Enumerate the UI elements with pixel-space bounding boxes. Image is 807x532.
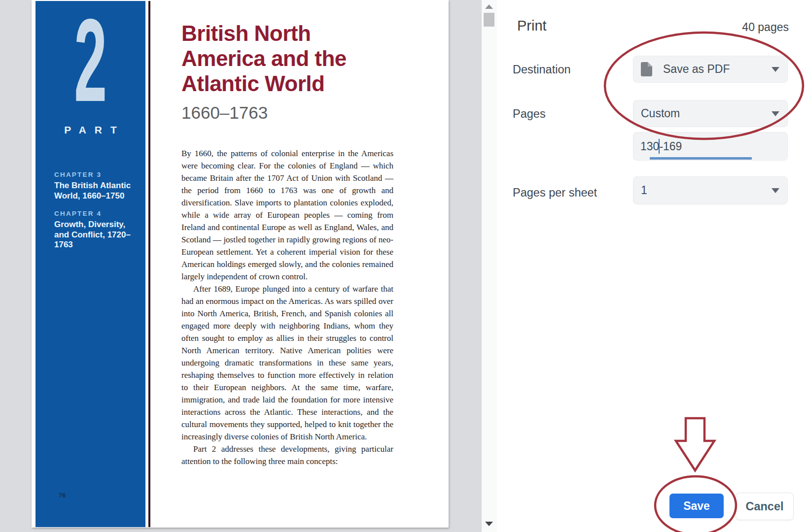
scrollbar-thumb[interactable] (484, 13, 494, 27)
document-icon (641, 62, 652, 76)
chapter-item: CHAPTER 3 The British Atlantic World, 16… (54, 171, 137, 201)
paragraph: Part 2 addresses these developments, giv… (181, 443, 393, 467)
triangle-down-icon[interactable] (485, 522, 493, 526)
caret-down-icon (772, 188, 779, 193)
print-settings-panel: Print 40 pages Destination Save as PDF P… (497, 0, 807, 532)
save-button[interactable]: Save (669, 494, 724, 518)
destination-label: Destination (513, 63, 571, 76)
pages-per-sheet-dropdown[interactable]: 1 (633, 176, 788, 204)
pages-value: Custom (641, 107, 680, 120)
destination-value: Save as PDF (663, 63, 730, 76)
part-sidebar: 2 PART CHAPTER 3 The British Atlantic Wo… (35, 1, 145, 527)
book-page-content: British North America and the Atlantic W… (181, 0, 393, 467)
cancel-button[interactable]: Cancel (736, 493, 794, 520)
part-number: 2 (63, 1, 118, 119)
destination-dropdown[interactable]: Save as PDF (633, 56, 788, 83)
triangle-up-icon[interactable] (485, 4, 493, 9)
paragraph: By 1660, the patterns of colonial enterp… (181, 147, 393, 283)
part-label: PART (35, 124, 145, 136)
focus-underline (650, 157, 752, 160)
print-preview-area: 2 PART CHAPTER 3 The British Atlantic Wo… (0, 0, 482, 532)
caret-down-icon (772, 111, 779, 116)
paragraph: After 1689, Europe plunged into a centur… (181, 283, 393, 443)
range-after-cursor: -169 (659, 140, 682, 153)
chapter-list: CHAPTER 3 The British Atlantic World, 16… (54, 171, 137, 259)
pages-per-sheet-value: 1 (641, 184, 647, 197)
book-body-text: By 1660, the patterns of colonial enterp… (181, 147, 393, 467)
book-part-subtitle: 1660–1763 (181, 103, 393, 123)
pages-dropdown[interactable]: Custom (633, 100, 788, 127)
pages-label: Pages (513, 107, 546, 121)
range-before-cursor: 130 (640, 140, 659, 153)
page-count: 40 pages (742, 21, 789, 34)
caret-down-icon (772, 67, 779, 72)
chapter-kicker: CHAPTER 4 (54, 210, 137, 217)
chapter-title: Growth, Diversity, and Conflict, 1720–17… (54, 220, 137, 250)
chapter-kicker: CHAPTER 3 (54, 171, 137, 178)
sidebar-divider-rule (148, 1, 150, 527)
chapter-title: The British Atlantic World, 1660–1750 (54, 181, 137, 201)
page-range-input[interactable]: 130-169 (633, 132, 788, 161)
page-number: 76 (59, 492, 66, 499)
pages-per-sheet-label: Pages per sheet (513, 186, 597, 200)
book-part-title: British North America and the Atlantic W… (181, 21, 393, 96)
print-dialog-screen: 2 PART CHAPTER 3 The British Atlantic Wo… (0, 0, 807, 532)
book-page-preview: 2 PART CHAPTER 3 The British Atlantic Wo… (32, 0, 449, 528)
dialog-title: Print (517, 18, 547, 34)
preview-scrollbar[interactable] (482, 0, 497, 532)
chapter-item: CHAPTER 4 Growth, Diversity, and Conflic… (54, 210, 137, 250)
